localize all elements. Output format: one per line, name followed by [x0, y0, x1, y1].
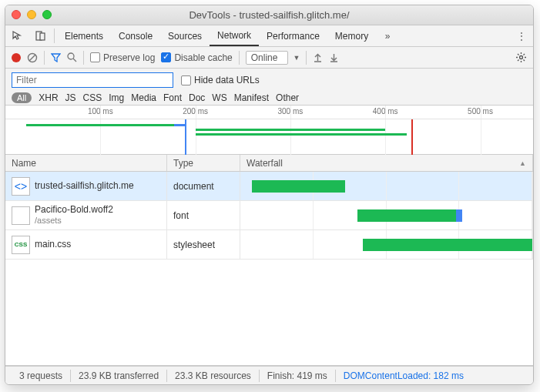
request-name: Pacifico-Bold.woff2 — [35, 205, 113, 216]
filter-icon[interactable] — [51, 52, 61, 62]
filter-type-font[interactable]: Font — [163, 92, 182, 103]
filter-type-img[interactable]: Img — [109, 92, 124, 103]
status-finish: Finish: 419 ms — [260, 370, 335, 381]
col-waterfall-label: Waterfall — [247, 158, 283, 169]
disable-cache-label: Disable cache — [174, 52, 232, 63]
minimize-icon[interactable] — [27, 10, 36, 19]
tab-sources[interactable]: Sources — [160, 25, 210, 46]
clear-icon[interactable] — [27, 52, 38, 63]
request-type: document — [167, 172, 240, 200]
zoom-icon[interactable] — [42, 10, 52, 19]
main-tabs: Elements Console Sources Network Perform… — [5, 25, 533, 47]
table-row[interactable]: CSS main.css stylesheet — [5, 230, 533, 260]
search-icon[interactable] — [67, 52, 77, 62]
table-row[interactable]: Pacifico-Bold.woff2 /assets font — [5, 201, 533, 230]
table-row[interactable]: <> trusted-sailfish.glitch.me document — [5, 172, 533, 201]
css-icon: CSS — [12, 236, 30, 254]
status-resources: 23.3 KB resources — [167, 370, 259, 381]
filter-type-media[interactable]: Media — [131, 92, 156, 103]
col-name[interactable]: Name — [5, 155, 167, 171]
svg-line-3 — [29, 55, 35, 61]
window-title: DevTools - trusted-sailfish.glitch.me/ — [189, 9, 349, 21]
svg-line-5 — [73, 59, 76, 62]
overview-lanes — [5, 119, 533, 155]
svg-point-4 — [68, 53, 74, 59]
devtools-window: DevTools - trusted-sailfish.glitch.me/ E… — [5, 5, 534, 385]
status-bar: 3 requests 23.9 KB transferred 23.3 KB r… — [5, 366, 533, 384]
inspect-icon[interactable] — [5, 25, 29, 46]
filter-type-other[interactable]: Other — [276, 92, 299, 103]
kebab-menu-icon[interactable]: ⋮ — [510, 25, 533, 46]
window-controls — [12, 10, 52, 19]
tab-performance[interactable]: Performance — [259, 25, 327, 46]
preserve-log-label: Preserve log — [103, 52, 155, 63]
svg-rect-1 — [40, 33, 45, 40]
hide-data-urls-label: Hide data URLs — [194, 75, 260, 85]
request-type: stylesheet — [167, 230, 240, 259]
chevron-down-icon: ▼ — [293, 54, 300, 62]
waterfall-bar — [252, 180, 345, 193]
request-name: main.css — [35, 240, 71, 250]
col-type[interactable]: Type — [167, 155, 240, 171]
waterfall-bar — [363, 239, 532, 251]
load-marker — [411, 119, 413, 155]
network-table: Name Type Waterfall ▲ <> trusted-sailfis… — [5, 155, 533, 366]
record-icon[interactable] — [12, 53, 21, 62]
filter-type-all[interactable]: All — [12, 92, 32, 103]
hide-data-urls-checkbox[interactable]: Hide data URLs — [181, 75, 260, 85]
tab-memory[interactable]: Memory — [327, 25, 376, 46]
throttle-select[interactable]: Online — [246, 51, 289, 65]
status-dcl: DOMContentLoaded: 182 ms — [336, 370, 471, 381]
gear-icon[interactable] — [515, 52, 527, 63]
filter-type-css[interactable]: CSS — [83, 92, 102, 103]
request-path: /assets — [35, 216, 113, 226]
filter-bar: Hide data URLs All XHR JS CSS Img Media … — [5, 69, 533, 106]
document-icon: <> — [12, 177, 30, 196]
close-icon[interactable] — [12, 10, 21, 19]
sort-indicator-icon: ▲ — [519, 159, 526, 167]
network-toolbar: Preserve log Disable cache Online ▼ — [5, 47, 533, 69]
domcontentloaded-marker — [185, 119, 186, 155]
request-type: font — [167, 201, 240, 230]
disable-cache-checkbox[interactable]: Disable cache — [161, 52, 232, 63]
col-waterfall[interactable]: Waterfall ▲ — [240, 155, 533, 171]
more-tabs-icon[interactable]: » — [376, 25, 399, 46]
tab-elements[interactable]: Elements — [57, 25, 111, 46]
filter-type-doc[interactable]: Doc — [189, 92, 205, 103]
download-icon[interactable] — [329, 52, 339, 62]
device-toolbar-icon[interactable] — [29, 25, 52, 46]
svg-point-6 — [520, 56, 523, 59]
filter-type-xhr[interactable]: XHR — [39, 92, 58, 103]
timeline-overview[interactable]: 100 ms 200 ms 300 ms 400 ms 500 ms — [5, 106, 533, 155]
preserve-log-checkbox[interactable]: Preserve log — [90, 52, 155, 63]
upload-icon[interactable] — [313, 52, 323, 62]
filter-type-ws[interactable]: WS — [212, 92, 226, 103]
filter-type-manifest[interactable]: Manifest — [234, 92, 269, 103]
tab-console[interactable]: Console — [111, 25, 160, 46]
table-header: Name Type Waterfall ▲ — [5, 155, 533, 172]
status-transferred: 23.9 KB transferred — [71, 370, 166, 381]
titlebar: DevTools - trusted-sailfish.glitch.me/ — [5, 5, 533, 25]
filter-type-js[interactable]: JS — [65, 92, 76, 103]
waterfall-bar — [357, 209, 462, 222]
request-name: trusted-sailfish.glitch.me — [35, 181, 134, 192]
filter-input[interactable] — [12, 72, 173, 88]
tab-network[interactable]: Network — [210, 25, 259, 46]
status-requests: 3 requests — [12, 370, 70, 381]
font-icon — [12, 206, 30, 225]
